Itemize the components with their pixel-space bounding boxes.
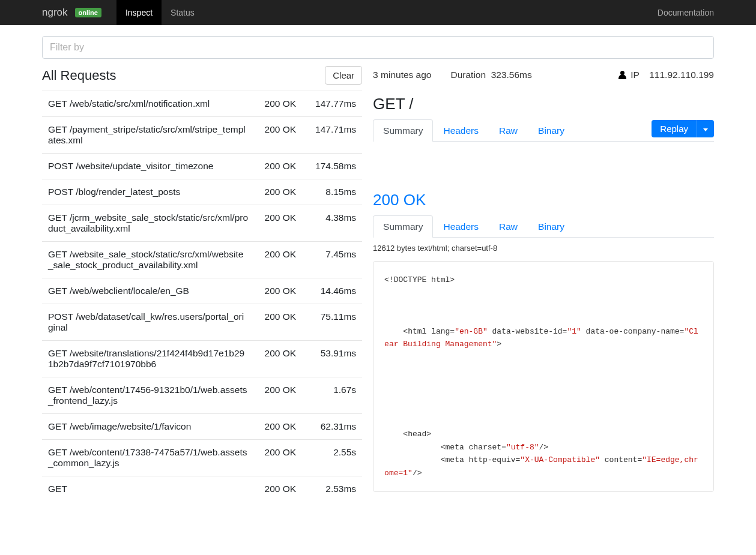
request-duration: 1.67s [296, 385, 356, 406]
req-tab-binary[interactable]: Binary [528, 119, 575, 142]
replay-group: Replay [652, 120, 714, 137]
request-status: 200 OK [254, 212, 296, 234]
request-status: 200 OK [254, 484, 296, 494]
request-row[interactable]: GET /web/webclient/locale/en_GB200 OK14.… [42, 278, 362, 304]
request-path: GET /jcrm_website_sale_stock/static/src/… [48, 212, 254, 234]
resp-tab-raw[interactable]: Raw [489, 215, 528, 238]
request-row[interactable]: GET /website/translations/21f424f4b9d17e… [42, 340, 362, 377]
request-duration: 147.71ms [296, 124, 356, 146]
request-tabs: Summary Headers Raw Binary Replay [373, 119, 714, 142]
request-row[interactable]: GET /jcrm_website_sale_stock/static/src/… [42, 205, 362, 241]
request-duration: 53.91ms [296, 348, 356, 370]
request-path: GET /website_sale_stock/static/src/xml/w… [48, 249, 254, 271]
status-badge: online [75, 8, 101, 17]
request-row[interactable]: GET /payment_stripe/static/src/xml/strip… [42, 116, 362, 153]
request-status: 200 OK [254, 98, 296, 109]
request-row[interactable]: POST /website/update_visitor_timezone200… [42, 153, 362, 179]
request-status: 200 OK [254, 348, 296, 370]
requests-title: All Requests [42, 68, 116, 83]
detail-meta: 3 minutes ago Duration 323.56ms IP 111.9… [373, 64, 714, 91]
user-icon [618, 71, 627, 79]
clear-button[interactable]: Clear [325, 66, 362, 85]
response-meta: 12612 bytes text/html; charset=utf-8 [373, 238, 714, 261]
request-path: POST /website/update_visitor_timezone [48, 161, 254, 172]
filter-input[interactable] [42, 36, 714, 59]
replay-button[interactable]: Replay [652, 120, 697, 137]
request-row[interactable]: GET /web/content/17338-7475a57/1/web.ass… [42, 439, 362, 476]
request-row[interactable]: GET /web/static/src/xml/notification.xml… [42, 91, 362, 116]
request-duration: 75.11ms [296, 311, 356, 333]
req-tab-summary[interactable]: Summary [373, 119, 433, 142]
request-duration: 8.15ms [296, 187, 356, 197]
request-path: GET [48, 484, 254, 494]
request-path: POST /web/dataset/call_kw/res.users/port… [48, 311, 254, 333]
brand-label: ngrok [42, 7, 68, 19]
request-row[interactable]: POST /blog/render_latest_posts200 OK8.15… [42, 179, 362, 205]
replay-dropdown-button[interactable] [697, 120, 714, 137]
request-status: 200 OK [254, 447, 296, 469]
response-status: 200 OK [373, 191, 714, 209]
request-path: GET /web/content/17456-91321b0/1/web.ass… [48, 385, 254, 406]
nav-tabs: Inspect Status [116, 0, 204, 25]
request-path: GET /website/translations/21f424f4b9d17e… [48, 348, 254, 370]
request-duration: 2.55s [296, 447, 356, 469]
detail-timestamp: 3 minutes ago [373, 70, 431, 80]
request-status: 200 OK [254, 249, 296, 271]
request-duration: 62.31ms [296, 421, 356, 432]
request-status: 200 OK [254, 421, 296, 432]
detail-title: GET / [373, 95, 714, 113]
request-duration: 7.45ms [296, 249, 356, 271]
detail-ip: IP 111.92.110.199 [618, 70, 714, 80]
chevron-down-icon [703, 128, 708, 131]
tab-status[interactable]: Status [162, 0, 204, 25]
request-row[interactable]: GET /website_sale_stock/static/src/xml/w… [42, 241, 362, 278]
navbar: ngrok online Inspect Status Documentatio… [0, 0, 756, 25]
req-tab-raw[interactable]: Raw [489, 119, 528, 142]
request-duration: 2.53ms [296, 484, 356, 494]
request-path: POST /blog/render_latest_posts [48, 187, 254, 197]
req-tab-headers[interactable]: Headers [433, 119, 489, 142]
request-duration: 174.58ms [296, 161, 356, 172]
tab-inspect[interactable]: Inspect [116, 0, 162, 25]
response-body: <!DOCTYPE html> <html lang="en-GB" data-… [373, 261, 714, 492]
response-tabs: Summary Headers Raw Binary [373, 215, 714, 238]
detail-pane: 3 minutes ago Duration 323.56ms IP 111.9… [364, 64, 714, 555]
detail-duration: Duration 323.56ms [450, 70, 531, 80]
request-path: GET /web/content/17338-7475a57/1/web.ass… [48, 447, 254, 469]
request-row[interactable]: GET 200 OK2.53ms [42, 476, 362, 502]
request-duration: 4.38ms [296, 212, 356, 234]
request-status: 200 OK [254, 311, 296, 333]
resp-tab-summary[interactable]: Summary [373, 215, 433, 238]
request-status: 200 OK [254, 161, 296, 172]
request-path: GET /web/image/website/1/favicon [48, 421, 254, 432]
request-status: 200 OK [254, 286, 296, 296]
documentation-link[interactable]: Documentation [658, 0, 714, 25]
resp-tab-binary[interactable]: Binary [528, 215, 575, 238]
resp-tab-headers[interactable]: Headers [433, 215, 489, 238]
request-row[interactable]: GET /web/content/17456-91321b0/1/web.ass… [42, 377, 362, 413]
request-path: GET /web/static/src/xml/notification.xml [48, 98, 254, 109]
request-path: GET /payment_stripe/static/src/xml/strip… [48, 124, 254, 146]
requests-list: GET /web/static/src/xml/notification.xml… [42, 91, 362, 502]
request-row[interactable]: POST /web/dataset/call_kw/res.users/port… [42, 304, 362, 340]
requests-list-pane: All Requests Clear GET /web/static/src/x… [42, 64, 364, 555]
request-status: 200 OK [254, 124, 296, 146]
request-row[interactable]: GET /web/image/website/1/favicon200 OK62… [42, 413, 362, 439]
request-path: GET /web/webclient/locale/en_GB [48, 286, 254, 296]
request-duration: 14.46ms [296, 286, 356, 296]
request-duration: 147.77ms [296, 98, 356, 109]
request-status: 200 OK [254, 187, 296, 197]
request-status: 200 OK [254, 385, 296, 406]
brand: ngrok online [42, 0, 110, 25]
